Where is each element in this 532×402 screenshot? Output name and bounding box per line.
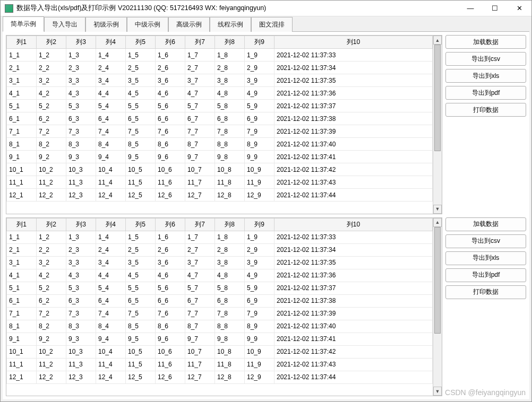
table-row[interactable]: 11_111_211_311_411_511_611_711_811_92021… bbox=[7, 176, 433, 189]
top-scrollbar[interactable]: ▲ ▼ bbox=[433, 36, 442, 214]
export-csv-button[interactable]: 导出到csv bbox=[445, 234, 526, 248]
table-cell: 9_3 bbox=[66, 151, 96, 163]
column-header[interactable]: 列7 bbox=[185, 36, 215, 49]
column-header[interactable]: 列4 bbox=[96, 36, 126, 49]
scroll-up-icon[interactable]: ▲ bbox=[433, 36, 442, 45]
top-table[interactable]: 列1列2列3列4列5列6列7列8列9列10 1_11_21_31_41_51_6… bbox=[6, 36, 433, 202]
table-cell: 2_3 bbox=[66, 62, 96, 74]
table-row[interactable]: 12_112_212_312_412_512_612_712_812_92021… bbox=[7, 189, 433, 202]
table-cell: 8_5 bbox=[126, 320, 156, 333]
tab-5[interactable]: 线程示例 bbox=[210, 17, 251, 32]
table-row[interactable]: 9_19_29_39_49_59_69_79_89_92021-12-02 11… bbox=[7, 151, 433, 163]
bottom-table[interactable]: 列1列2列3列4列5列6列7列8列9列10 1_11_21_31_41_51_6… bbox=[6, 218, 433, 384]
table-cell: 9_6 bbox=[156, 333, 185, 345]
table-cell: 2_5 bbox=[126, 243, 156, 256]
table-cell: 2021-12-02 11:37:41 bbox=[274, 333, 433, 345]
table-cell: 6_3 bbox=[66, 112, 96, 125]
export-csv-button[interactable]: 导出到csv bbox=[445, 52, 526, 66]
column-header[interactable]: 列8 bbox=[215, 36, 245, 49]
table-row[interactable]: 6_16_26_36_46_56_66_76_86_92021-12-02 11… bbox=[7, 294, 433, 307]
column-header[interactable]: 列3 bbox=[66, 36, 96, 49]
app-icon bbox=[5, 4, 13, 13]
column-header[interactable]: 列9 bbox=[245, 218, 274, 231]
table-row[interactable]: 4_14_24_34_44_54_64_74_84_92021-12-02 11… bbox=[7, 87, 433, 100]
column-header[interactable]: 列8 bbox=[215, 218, 245, 231]
export-pdf-button[interactable]: 导出到pdf bbox=[445, 86, 526, 100]
tab-4[interactable]: 高级示例 bbox=[168, 17, 210, 32]
table-row[interactable]: 11_111_211_311_411_511_611_711_811_92021… bbox=[7, 358, 433, 371]
table-cell: 7_5 bbox=[126, 307, 156, 320]
column-header[interactable]: 列5 bbox=[126, 36, 156, 49]
table-cell: 12_4 bbox=[96, 371, 126, 383]
table-cell: 8_6 bbox=[156, 320, 185, 333]
scroll-thumb[interactable] bbox=[434, 227, 441, 334]
table-cell: 7_6 bbox=[156, 307, 185, 320]
main-window: 数据导入导出(xls/pdf)及打印示例 V20211130 (QQ: 5172… bbox=[0, 0, 532, 402]
column-header[interactable]: 列4 bbox=[96, 218, 126, 231]
tab-2[interactable]: 初级示例 bbox=[85, 17, 127, 32]
scroll-down-icon[interactable]: ▼ bbox=[433, 205, 442, 214]
table-cell: 11_9 bbox=[245, 358, 274, 371]
table-row[interactable]: 9_19_29_39_49_59_69_79_89_92021-12-02 11… bbox=[7, 333, 433, 345]
close-button[interactable]: ✕ bbox=[507, 1, 531, 16]
table-cell: 2021-12-02 11:37:40 bbox=[274, 138, 433, 151]
table-row[interactable]: 6_16_26_36_46_56_66_76_86_92021-12-02 11… bbox=[7, 112, 433, 125]
scroll-thumb[interactable] bbox=[434, 45, 441, 151]
column-header[interactable]: 列3 bbox=[66, 218, 96, 231]
scroll-down-icon[interactable]: ▼ bbox=[433, 387, 442, 396]
column-header[interactable]: 列2 bbox=[37, 36, 66, 49]
table-row[interactable]: 12_112_212_312_412_512_612_712_812_92021… bbox=[7, 371, 433, 383]
table-cell: 12_8 bbox=[215, 189, 245, 202]
table-row[interactable]: 8_18_28_38_48_58_68_78_88_92021-12-02 11… bbox=[7, 320, 433, 333]
load-data-button[interactable]: 加载数据 bbox=[445, 35, 526, 49]
table-cell: 8_2 bbox=[37, 138, 66, 151]
print-data-button[interactable]: 打印数据 bbox=[445, 285, 526, 299]
scroll-up-icon[interactable]: ▲ bbox=[433, 218, 442, 227]
table-cell: 1_6 bbox=[156, 231, 185, 243]
column-header[interactable]: 列2 bbox=[37, 218, 66, 231]
column-header[interactable]: 列1 bbox=[7, 218, 37, 231]
table-row[interactable]: 8_18_28_38_48_58_68_78_88_92021-12-02 11… bbox=[7, 138, 433, 151]
load-data-button[interactable]: 加载数据 bbox=[445, 217, 526, 231]
table-row[interactable]: 3_13_23_33_43_53_63_73_83_92021-12-02 11… bbox=[7, 256, 433, 269]
column-header[interactable]: 列6 bbox=[156, 36, 185, 49]
table-row[interactable]: 1_11_21_31_41_51_61_71_81_92021-12-02 11… bbox=[7, 231, 433, 243]
table-row[interactable]: 10_110_210_310_410_510_610_710_810_92021… bbox=[7, 345, 433, 358]
table-cell: 4_3 bbox=[66, 87, 96, 100]
table-row[interactable]: 2_12_22_32_42_52_62_72_82_92021-12-02 11… bbox=[7, 243, 433, 256]
table-row[interactable]: 5_15_25_35_45_55_65_75_85_92021-12-02 11… bbox=[7, 100, 433, 112]
tab-3[interactable]: 中级示例 bbox=[127, 17, 168, 32]
bottom-scrollbar[interactable]: ▲ ▼ bbox=[433, 218, 442, 396]
table-row[interactable]: 4_14_24_34_44_54_64_74_84_92021-12-02 11… bbox=[7, 269, 433, 282]
table-row[interactable]: 1_11_21_31_41_51_61_71_81_92021-12-02 11… bbox=[7, 49, 433, 62]
table-row[interactable]: 7_17_27_37_47_57_67_77_87_92021-12-02 11… bbox=[7, 307, 433, 320]
export-pdf-button[interactable]: 导出到pdf bbox=[445, 268, 526, 282]
tab-0[interactable]: 简单示例 bbox=[3, 16, 44, 32]
table-cell: 10_6 bbox=[156, 163, 185, 176]
column-header[interactable]: 列9 bbox=[245, 36, 274, 49]
table-cell: 3_7 bbox=[185, 74, 215, 87]
column-header[interactable]: 列5 bbox=[126, 218, 156, 231]
column-header[interactable]: 列10 bbox=[274, 36, 433, 49]
column-header[interactable]: 列10 bbox=[274, 218, 433, 231]
column-header[interactable]: 列6 bbox=[156, 218, 185, 231]
minimize-button[interactable]: — bbox=[458, 1, 483, 16]
export-xls-button[interactable]: 导出到xls bbox=[445, 69, 526, 83]
table-cell: 10_2 bbox=[37, 163, 66, 176]
column-header[interactable]: 列7 bbox=[185, 218, 215, 231]
export-xls-button[interactable]: 导出到xls bbox=[445, 251, 526, 265]
table-row[interactable]: 7_17_27_37_47_57_67_77_87_92021-12-02 11… bbox=[7, 125, 433, 138]
table-cell: 11_8 bbox=[215, 358, 245, 371]
table-cell: 3_3 bbox=[66, 256, 96, 269]
table-row[interactable]: 5_15_25_35_45_55_65_75_85_92021-12-02 11… bbox=[7, 282, 433, 294]
maximize-button[interactable]: ☐ bbox=[483, 1, 507, 16]
table-cell: 1_8 bbox=[215, 49, 245, 62]
column-header[interactable]: 列1 bbox=[7, 36, 37, 49]
print-data-button[interactable]: 打印数据 bbox=[445, 103, 526, 117]
tab-1[interactable]: 导入导出 bbox=[44, 17, 85, 32]
tab-6[interactable]: 图文混排 bbox=[251, 17, 293, 32]
table-row[interactable]: 2_12_22_32_42_52_62_72_82_92021-12-02 11… bbox=[7, 62, 433, 74]
table-row[interactable]: 3_13_23_33_43_53_63_73_83_92021-12-02 11… bbox=[7, 74, 433, 87]
table-cell: 9_7 bbox=[185, 333, 215, 345]
table-row[interactable]: 10_110_210_310_410_510_610_710_810_92021… bbox=[7, 163, 433, 176]
